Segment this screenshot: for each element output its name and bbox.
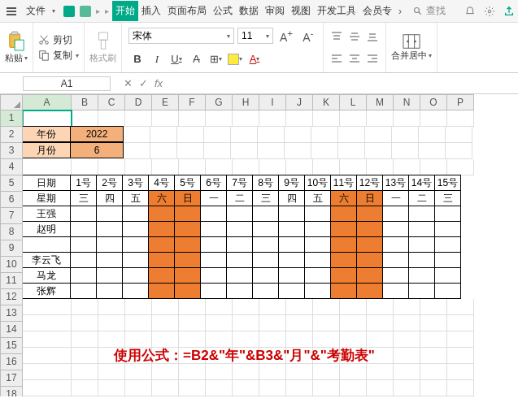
cell-B3[interactable]: 6 [70,142,124,158]
tabs-more-icon[interactable]: › [395,6,405,17]
cell-I15[interactable] [259,331,286,348]
cell-A6[interactable]: 星期 [22,190,71,206]
cell-J11[interactable] [278,267,305,284]
tab-member[interactable]: 会员专 [359,1,395,21]
cell-G13[interactable] [206,299,233,315]
cell-H8[interactable] [226,221,253,237]
row-header-5[interactable]: 5 [0,175,23,192]
cell-H15[interactable] [233,331,259,348]
cell-C5[interactable]: 2号 [96,175,123,191]
cancel-formula-icon[interactable]: ✕ [124,77,133,89]
cell-D5[interactable]: 3号 [122,175,149,191]
cell-A4[interactable] [23,159,72,175]
cell-L17[interactable] [340,364,367,380]
cell-I18[interactable] [259,380,286,396]
row-header-16[interactable]: 16 [0,354,23,370]
cell-O4[interactable] [420,159,447,175]
row-header-15[interactable]: 15 [0,338,23,354]
cell-K1[interactable] [313,110,340,127]
share-icon[interactable] [503,6,515,17]
cell-O9[interactable] [408,236,435,253]
cell-M6[interactable]: 日 [356,190,383,206]
col-header-N[interactable]: N [394,94,420,110]
cell-I5[interactable]: 8号 [252,175,279,191]
brush-icon[interactable] [94,31,112,52]
tab-data[interactable]: 数据 [236,1,262,21]
cell-G7[interactable] [200,206,227,222]
cell-M8[interactable] [356,221,383,237]
cell-I12[interactable] [252,283,279,299]
cell-L1[interactable] [340,110,367,127]
cell-N4[interactable] [394,159,420,175]
cell-P9[interactable] [434,236,461,253]
cell-N12[interactable] [382,283,409,299]
nav-chevrons[interactable]: ▸▸ [94,6,111,15]
cell-D6[interactable]: 五 [122,190,149,206]
col-header-A[interactable]: A [23,94,72,110]
cell-F8[interactable] [174,221,201,237]
cell-O2[interactable] [419,127,446,143]
file-dropdown-arrow[interactable]: ▾ [52,7,55,15]
border-button[interactable]: ⊞▾ [207,51,224,67]
cell-E13[interactable] [152,299,179,315]
cell-O10[interactable] [408,252,435,268]
cell-G10[interactable] [200,252,227,268]
cell-P12[interactable] [434,283,461,299]
cell-K5[interactable]: 10号 [304,175,331,191]
cell-N1[interactable] [394,110,420,127]
cell-J4[interactable] [286,159,313,175]
cell-A13[interactable] [23,299,72,315]
cell-B7[interactable] [70,206,97,222]
cell-I8[interactable] [252,221,279,237]
cell-D3[interactable] [124,143,150,159]
cell-C11[interactable] [96,267,123,284]
col-header-H[interactable]: H [233,94,259,110]
cell-K3[interactable] [311,143,338,159]
cell-P13[interactable] [447,299,474,315]
cell-F6[interactable]: 日 [174,190,201,206]
cell-H11[interactable] [226,267,253,284]
cell-H3[interactable] [231,143,258,159]
bold-button[interactable]: B [128,51,146,67]
col-header-F[interactable]: F [179,94,206,110]
cut-button[interactable]: 剪切 [38,33,79,47]
cell-K6[interactable]: 五 [304,190,331,206]
align-left-button[interactable] [329,51,345,66]
cell-P15[interactable] [447,331,474,348]
cell-M9[interactable] [356,236,383,253]
cell-M3[interactable] [365,143,392,159]
cell-P1[interactable] [447,110,474,127]
tab-devtools[interactable]: 开发工具 [314,1,359,21]
cell-L12[interactable] [330,283,357,299]
cell-O16[interactable] [420,348,447,364]
cell-H13[interactable] [233,299,259,315]
cell-B13[interactable] [72,299,98,315]
cell-L4[interactable] [340,159,367,175]
cell-C14[interactable] [98,315,125,331]
cell-H9[interactable] [226,236,253,253]
search-box[interactable]: 查找 [413,4,446,18]
cell-L13[interactable] [340,299,367,315]
cell-J18[interactable] [286,380,313,396]
cell-A12[interactable]: 张辉 [22,283,71,299]
cell-I9[interactable] [252,236,279,253]
formula-input[interactable] [169,73,518,93]
cell-N5[interactable]: 13号 [382,175,409,191]
cell-E17[interactable] [152,364,179,380]
cell-C15[interactable] [98,331,125,348]
cell-P14[interactable] [447,315,474,331]
cell-P7[interactable] [434,206,461,222]
cell-E2[interactable] [150,127,177,143]
cell-A18[interactable] [23,380,72,396]
cell-L7[interactable] [330,206,357,222]
cell-P6[interactable]: 三 [434,190,461,206]
cell-C4[interactable] [98,159,125,175]
underline-button[interactable]: U▾ [168,51,185,67]
merge-center-button[interactable]: 合并居中▾ [391,50,432,62]
cell-L11[interactable] [330,267,357,284]
cell-H10[interactable] [226,252,253,268]
tab-insert[interactable]: 插入 [138,1,164,21]
cell-P18[interactable] [447,380,474,396]
cell-J8[interactable] [278,221,305,237]
cell-K11[interactable] [304,267,331,284]
